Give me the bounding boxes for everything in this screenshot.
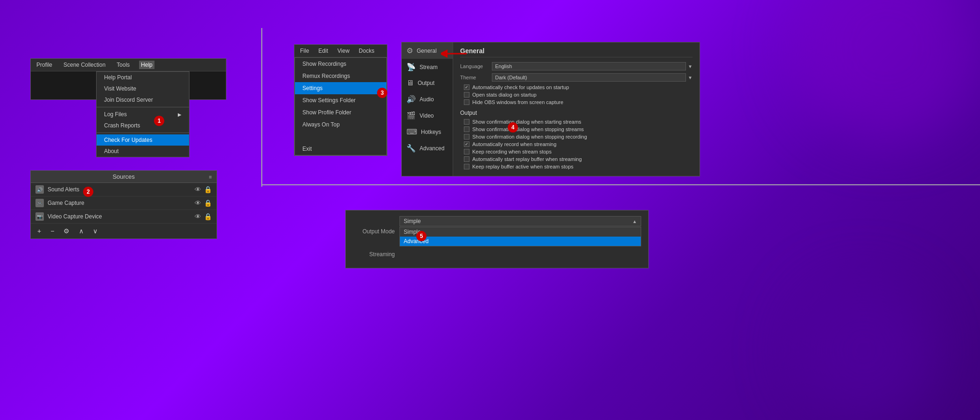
- settings-sidebar: ⚙ General 📡 Stream 🖥 Output 🔊 Audio 🎬 Vi…: [402, 42, 453, 176]
- cb-auto-update[interactable]: [464, 84, 469, 90]
- obs-docks-menu[interactable]: Docks: [357, 47, 376, 55]
- output-dropdown-list: Simple Advanced: [399, 227, 641, 246]
- add-source-button[interactable]: +: [35, 226, 43, 236]
- sources-header-icon: ≡: [209, 174, 212, 180]
- output-mode-panel: Output Mode Simple ▲ Simple Advanced Str…: [345, 210, 649, 268]
- divider-vertical: [261, 28, 262, 187]
- cb-confirm-start[interactable]: [464, 119, 469, 125]
- cb-auto-record[interactable]: [464, 141, 469, 147]
- theme-select[interactable]: Dark (Default): [492, 73, 686, 82]
- menu-scene-collection[interactable]: Scene Collection: [62, 61, 107, 69]
- settings-nav-hotkeys-label: Hotkeys: [421, 129, 441, 135]
- remove-source-button[interactable]: −: [49, 226, 56, 236]
- visit-website[interactable]: Visit Website: [97, 83, 189, 94]
- obs-file-menu[interactable]: File: [298, 47, 311, 55]
- check-for-updates[interactable]: Check For Updates: [97, 134, 189, 146]
- obs-view-menu[interactable]: View: [336, 47, 351, 55]
- show-recordings[interactable]: Show Recordings: [295, 58, 386, 70]
- always-on-top[interactable]: Always On Top: [295, 119, 386, 131]
- sources-header: Sources ≡: [31, 171, 217, 183]
- checkbox-auto-replay: Automatically start replay buffer when s…: [460, 156, 693, 162]
- menu-profile[interactable]: Profile: [35, 61, 54, 69]
- settings-item[interactable]: Settings: [295, 82, 386, 94]
- join-discord[interactable]: Join Discord Server: [97, 94, 189, 105]
- checkbox-confirm-stop-stream: Show confirmation dialog when stopping s…: [460, 126, 693, 132]
- source-move-down-button[interactable]: ∨: [91, 226, 99, 236]
- language-row: Language English ▼: [460, 62, 693, 70]
- exit-item[interactable]: Exit: [295, 143, 386, 155]
- cb-keep-recording[interactable]: [464, 149, 469, 154]
- checkbox-auto-record: Automatically record when streaming: [460, 141, 693, 147]
- menu-bar: Profile Scene Collection Tools Help: [31, 59, 226, 71]
- settings-panel: ⚙ General 📡 Stream 🖥 Output 🔊 Audio 🎬 Vi…: [401, 42, 700, 176]
- language-select-arrow: ▼: [688, 64, 693, 69]
- source-eye-btn-sound[interactable]: 👁: [195, 186, 201, 193]
- cb-hide-obs[interactable]: [464, 99, 469, 105]
- output-option-simple[interactable]: Simple: [400, 227, 641, 237]
- settings-nav-output[interactable]: 🖥 Output: [402, 75, 453, 91]
- settings-nav-hotkeys[interactable]: ⌨ Hotkeys: [402, 124, 453, 140]
- source-lock-btn-video[interactable]: 🔒: [204, 213, 212, 220]
- step-4-badge: 4: [508, 122, 518, 133]
- about[interactable]: About: [97, 146, 189, 157]
- menu-help[interactable]: Help: [139, 61, 154, 69]
- cb-confirm-stop-rec[interactable]: [464, 134, 469, 140]
- cb-keep-replay[interactable]: [464, 164, 469, 169]
- general-icon: ⚙: [406, 46, 413, 55]
- source-icon-game: 🎮: [35, 199, 44, 207]
- obs-canvas: Help Portal Visit Website Join Discord S…: [31, 71, 226, 99]
- language-select[interactable]: English: [492, 62, 686, 70]
- output-mode-arrow: ▲: [632, 219, 637, 224]
- settings-nav-audio[interactable]: 🔊 Audio: [402, 91, 453, 107]
- help-menu-panel: Profile Scene Collection Tools Help Help…: [30, 58, 226, 100]
- obs-edit-menu[interactable]: Edit: [316, 47, 330, 55]
- source-item-game-capture: 🎮 Game Capture 👁 🔒: [31, 196, 217, 210]
- red-arrow-general: [441, 47, 469, 62]
- checkbox-stats-dialog: Open stats dialog on startup: [460, 92, 693, 98]
- output-mode-value[interactable]: Simple ▲: [399, 216, 641, 226]
- hotkeys-icon: ⌨: [406, 127, 417, 136]
- output-option-advanced[interactable]: Advanced: [400, 237, 641, 246]
- crash-reports[interactable]: Crash Reports: [97, 120, 189, 131]
- streaming-label: Streaming: [353, 249, 395, 259]
- source-lock-btn-game[interactable]: 🔒: [204, 199, 212, 207]
- label-confirm-stop-rec: Show confirmation dialog when stopping r…: [472, 134, 587, 140]
- stream-icon: 📡: [406, 63, 416, 71]
- settings-nav-advanced[interactable]: 🔧 Advanced: [402, 140, 453, 156]
- source-lock-btn-sound[interactable]: 🔒: [204, 186, 212, 193]
- source-eye-btn-video[interactable]: 👁: [195, 213, 201, 220]
- checkbox-auto-update: Automatically check for updates on start…: [460, 84, 693, 90]
- source-name-sound-alerts: Sound Alerts: [48, 186, 191, 193]
- output-mode-label: Output Mode: [353, 228, 395, 235]
- show-settings-folder[interactable]: Show Settings Folder: [295, 94, 386, 106]
- help-portal[interactable]: Help Portal: [97, 72, 189, 83]
- source-name-video-capture: Video Capture Device: [48, 213, 191, 220]
- source-eye-btn-game[interactable]: 👁: [195, 199, 201, 207]
- label-auto-record: Automatically record when streaming: [472, 141, 556, 147]
- output-mode-row: Output Mode Simple ▲ Simple Advanced: [353, 216, 641, 246]
- cb-stats-dialog[interactable]: [464, 92, 469, 98]
- theme-select-arrow: ▼: [688, 75, 693, 80]
- menu-tools[interactable]: Tools: [115, 61, 132, 69]
- source-move-up-button[interactable]: ∧: [77, 226, 85, 236]
- output-subsection-title: Output: [460, 110, 693, 116]
- cb-confirm-stop-stream[interactable]: [464, 126, 469, 132]
- label-auto-replay: Automatically start replay buffer when s…: [472, 156, 582, 162]
- source-controls-sound: 👁 🔒: [195, 186, 212, 193]
- step-2-badge: 2: [83, 187, 93, 197]
- source-icon-video: 📷: [35, 212, 44, 221]
- source-settings-button[interactable]: ⚙: [62, 226, 71, 236]
- streaming-row: Streaming: [353, 249, 641, 259]
- remux-recordings[interactable]: Remux Recordings: [295, 70, 386, 82]
- source-item-sound-alerts: 🔊 Sound Alerts 👁 🔒: [31, 183, 217, 196]
- cb-auto-replay[interactable]: [464, 156, 469, 162]
- theme-row: Theme Dark (Default) ▼: [460, 73, 693, 82]
- checkbox-confirm-stop-rec: Show confirmation dialog when stopping r…: [460, 134, 693, 140]
- log-files[interactable]: Log Files ▶: [97, 109, 189, 120]
- show-profile-folder[interactable]: Show Profile Folder: [295, 106, 386, 119]
- checkbox-confirm-start: Show confirmation dialog when starting s…: [460, 119, 693, 125]
- source-controls-video: 👁 🔒: [195, 213, 212, 220]
- sources-toolbar: + − ⚙ ∧ ∨: [31, 224, 217, 238]
- settings-nav-video[interactable]: 🎬 Video: [402, 107, 453, 124]
- label-confirm-stop-stream: Show confirmation dialog when stopping s…: [472, 126, 584, 132]
